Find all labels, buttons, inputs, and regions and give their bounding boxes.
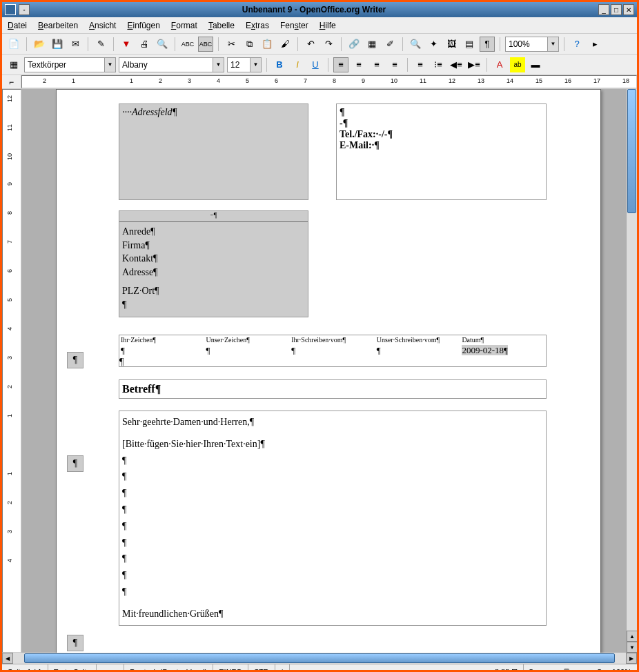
address-field-frame[interactable]: ····Adressfeld¶ xyxy=(119,103,308,200)
style-input[interactable] xyxy=(25,58,104,72)
dropdown-icon[interactable]: ▼ xyxy=(104,58,115,72)
undo-button[interactable]: ↶ xyxy=(303,37,318,52)
font-combo[interactable]: ▼ xyxy=(119,57,224,72)
whatsthis-button[interactable]: ▸ xyxy=(587,37,602,52)
align-center-button[interactable]: ≡ xyxy=(351,57,366,72)
italic-button[interactable]: I xyxy=(290,57,305,72)
zoom-out-icon[interactable]: ⊖ xyxy=(528,667,534,672)
recipient-box[interactable]: ··¶ Anrede¶ Firma¶ Kontakt¶ Adresse¶ PLZ… xyxy=(119,210,308,317)
horizontal-ruler[interactable]: 21123456789101112131415161718 xyxy=(21,75,637,88)
reference-row[interactable]: Ihr·Zeichen¶ Unser·Zeichen¶ Ihr·Schreibe… xyxy=(119,335,547,367)
new-button[interactable]: 📄 xyxy=(6,37,21,52)
align-left-button[interactable]: ≡ xyxy=(333,57,348,72)
zoom-dropdown-icon[interactable]: ▼ xyxy=(547,37,558,51)
status-page[interactable]: Seite 1 / 1 xyxy=(2,664,48,672)
size-combo[interactable]: ▼ xyxy=(227,57,262,72)
dropdown-icon[interactable]: ▼ xyxy=(250,58,261,72)
pdf-button[interactable]: ▼ xyxy=(119,37,134,52)
gallery-button[interactable]: 🖼 xyxy=(444,37,459,52)
separator xyxy=(26,37,27,51)
help-button[interactable]: ? xyxy=(569,37,584,52)
autospell-button[interactable]: ABC xyxy=(198,37,213,52)
highlight-button[interactable]: ab xyxy=(510,57,525,72)
recipient-line: Adresse¶ xyxy=(122,266,305,279)
status-language[interactable]: Deutsch (Deutschland) xyxy=(124,664,213,672)
redo-button[interactable]: ↷ xyxy=(321,37,336,52)
scroll-right-icon[interactable]: ▶ xyxy=(626,653,637,664)
pin-button[interactable]: ◦ xyxy=(19,4,30,15)
scrollbar-thumb[interactable] xyxy=(24,653,615,663)
table-button[interactable]: ▦ xyxy=(364,37,380,52)
menu-hilfe[interactable]: Hilfe xyxy=(320,21,336,30)
nonprinting-button[interactable]: ¶ xyxy=(480,37,495,52)
menu-datei[interactable]: Datei xyxy=(8,21,27,30)
sender-box[interactable]: ¶ -¶ Tel./Fax:·-/-¶ E-Mail:·¶ xyxy=(336,103,547,200)
document-area[interactable]: ····Adressfeld¶ ¶ -¶ Tel./Fax:·-/-¶ E-Ma… xyxy=(21,89,626,653)
zoom-combo[interactable]: ▼ xyxy=(505,37,559,52)
zoom-in-icon[interactable]: ⊕ xyxy=(596,667,602,672)
zoom-input[interactable] xyxy=(506,37,547,51)
menu-extras[interactable]: Extras xyxy=(246,21,269,30)
status-style[interactable]: Erste Seite xyxy=(48,664,97,672)
status-selection[interactable]: STD xyxy=(248,664,275,672)
scrollbar-thumb[interactable] xyxy=(627,89,636,213)
paste-button[interactable]: 📋 xyxy=(259,37,275,52)
find-button[interactable]: 🔍 xyxy=(408,37,423,52)
print-button[interactable]: 🖨 xyxy=(137,37,152,52)
align-right-button[interactable]: ≡ xyxy=(369,57,384,72)
preview-button[interactable]: 🔍 xyxy=(155,37,170,52)
font-input[interactable] xyxy=(119,58,213,72)
font-color-button[interactable]: A xyxy=(492,57,507,72)
vertical-scrollbar[interactable]: ▲ ▼ xyxy=(626,89,637,653)
subject-box[interactable]: Betreff¶ xyxy=(119,379,547,399)
align-justify-button[interactable]: ≡ xyxy=(387,57,402,72)
minimize-button[interactable]: _ xyxy=(598,4,609,15)
numbering-button[interactable]: ≡ xyxy=(413,57,428,72)
style-combo[interactable]: ▼ xyxy=(24,57,116,72)
draw-button[interactable]: ✐ xyxy=(382,37,397,52)
scroll-up-icon[interactable]: ▲ xyxy=(627,631,638,642)
copy-button[interactable]: ⧉ xyxy=(242,37,257,52)
bullets-button[interactable]: ⁝≡ xyxy=(431,57,446,72)
dropdown-icon[interactable]: ▼ xyxy=(213,58,224,72)
menu-bearbeiten[interactable]: Bearbeiten xyxy=(38,21,78,30)
sender-line: E-Mail:·¶ xyxy=(340,140,543,151)
zoom-knob[interactable] xyxy=(564,669,569,673)
email-button[interactable]: ✉ xyxy=(68,37,83,52)
spellcheck-button[interactable]: ABC xyxy=(180,37,195,52)
close-button[interactable]: ✕ xyxy=(623,4,634,15)
view-layout-buttons[interactable]: ▯ ▯▯ ⊞ xyxy=(489,664,524,672)
edit-button[interactable]: ✎ xyxy=(93,37,108,52)
scroll-left-icon[interactable]: ◀ xyxy=(2,653,13,664)
size-input[interactable] xyxy=(228,58,250,72)
horizontal-scrollbar[interactable]: ◀ ▶ xyxy=(2,653,637,664)
menu-fenster[interactable]: Fenster xyxy=(280,21,308,30)
save-button[interactable]: 💾 xyxy=(50,37,65,52)
cut-button[interactable]: ✂ xyxy=(224,37,239,52)
scroll-down-icon[interactable]: ▼ xyxy=(627,642,638,653)
status-zoom[interactable]: 100% xyxy=(607,664,637,672)
bold-button[interactable]: B xyxy=(272,57,287,72)
maximize-button[interactable]: □ xyxy=(611,4,622,15)
zoom-slider[interactable]: ⊖ ⊕ xyxy=(524,667,607,672)
bgcolor-button[interactable]: ▬ xyxy=(528,57,543,72)
datasources-button[interactable]: ▤ xyxy=(462,37,477,52)
menu-tabelle[interactable]: Tabelle xyxy=(208,21,235,30)
hyperlink-button[interactable]: 🔗 xyxy=(346,37,362,52)
open-button[interactable]: 📂 xyxy=(32,37,47,52)
pilcrow-marker: ¶ xyxy=(67,635,83,651)
separator xyxy=(218,37,219,51)
menu-einfuegen[interactable]: Einfügen xyxy=(127,21,159,30)
underline-button[interactable]: U xyxy=(308,57,323,72)
status-insert[interactable]: EINFG xyxy=(213,664,248,672)
indent-increase-button[interactable]: ▶≡ xyxy=(466,57,482,72)
vertical-ruler[interactable]: 1211109876543211234 xyxy=(2,89,21,653)
styles-button[interactable]: ▦ xyxy=(6,57,21,72)
indent-decrease-button[interactable]: ◀≡ xyxy=(449,57,464,72)
page[interactable]: ····Adressfeld¶ ¶ -¶ Tel./Fax:·-/-¶ E-Ma… xyxy=(56,89,601,653)
formatpaint-button[interactable]: 🖌 xyxy=(277,37,293,52)
body-box[interactable]: Sehr·geehrte·Damen·und·Herren,¶ [Bitte·f… xyxy=(119,411,547,626)
menu-ansicht[interactable]: Ansicht xyxy=(89,21,116,30)
navigator-button[interactable]: ✦ xyxy=(426,37,441,52)
menu-format[interactable]: Format xyxy=(171,21,197,30)
